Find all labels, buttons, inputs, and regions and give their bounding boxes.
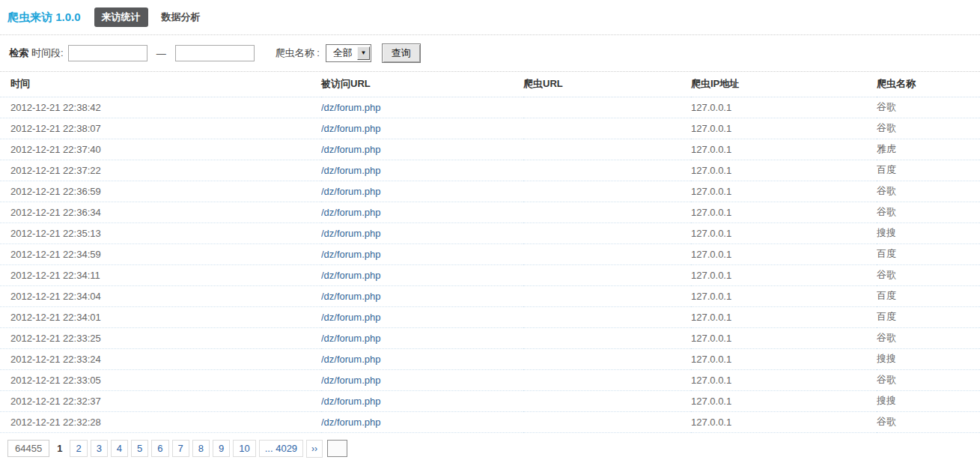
end-time-input[interactable] (175, 45, 255, 61)
row-crawler-name: 谷歌 (877, 411, 980, 432)
visited-url-link[interactable]: /dz/forum.php (321, 270, 381, 281)
search-label: 检索 (9, 46, 28, 60)
row-crawler-name: 谷歌 (877, 264, 980, 285)
row-visited-url: /dz/forum.php (321, 202, 523, 223)
visited-url-link[interactable]: /dz/forum.php (321, 186, 381, 197)
visited-url-link[interactable]: /dz/forum.php (321, 207, 381, 218)
row-crawler-ip: 127.0.0.1 (691, 285, 877, 306)
search-bar: 检索 时间段: — 爬虫名称 : 全部 ▼ 查询 (0, 35, 980, 72)
app-title: 爬虫来访 1.0.0 (7, 10, 81, 25)
next-page-link[interactable]: ›› (306, 440, 323, 458)
range-dash: — (156, 48, 166, 59)
visited-url-link[interactable]: /dz/forum.php (321, 396, 381, 407)
row-crawler-name: 谷歌 (877, 118, 980, 139)
row-visited-url: /dz/forum.php (321, 223, 523, 243)
row-visited-url: /dz/forum.php (321, 160, 523, 181)
page-link[interactable]: 9 (213, 440, 230, 457)
row-visited-url: /dz/forum.php (321, 139, 523, 160)
page-link[interactable]: 5 (131, 440, 148, 457)
visited-url-link[interactable]: /dz/forum.php (321, 165, 381, 176)
row-time: 2012-12-21 22:33:05 (0, 369, 321, 390)
row-crawler-url (523, 202, 691, 223)
table-row: 2012-12-21 22:33:05 /dz/forum.php 127.0.… (0, 369, 980, 390)
page-link[interactable]: 4 (111, 440, 128, 457)
row-crawler-name: 搜搜 (877, 223, 980, 243)
chevron-down-icon: ▼ (357, 46, 370, 60)
start-time-input[interactable] (68, 45, 147, 61)
page-link[interactable]: 3 (91, 440, 108, 457)
table-row: 2012-12-21 22:34:59 /dz/forum.php 127.0.… (0, 243, 980, 264)
row-crawler-url (523, 97, 691, 118)
row-crawler-ip: 127.0.0.1 (691, 97, 877, 118)
col-header-crawler-ip: 爬虫IP地址 (691, 72, 877, 97)
col-header-crawler-url: 爬虫URL (523, 72, 691, 97)
row-crawler-name: 谷歌 (877, 97, 980, 118)
row-crawler-ip: 127.0.0.1 (691, 264, 877, 285)
row-crawler-ip: 127.0.0.1 (691, 243, 877, 264)
row-crawler-url (523, 369, 691, 390)
row-visited-url: /dz/forum.php (321, 327, 523, 348)
row-time: 2012-12-21 22:38:07 (0, 118, 321, 139)
row-crawler-url (523, 223, 691, 243)
last-page-link[interactable]: ... 4029 (259, 440, 303, 457)
row-crawler-url (523, 327, 691, 348)
time-range-label: 时间段: (31, 46, 64, 60)
visited-url-link[interactable]: /dz/forum.php (321, 417, 381, 428)
page-jump-input[interactable] (327, 440, 347, 457)
visited-url-link[interactable]: /dz/forum.php (321, 291, 381, 302)
row-visited-url: /dz/forum.php (321, 369, 523, 390)
row-crawler-name: 雅虎 (877, 139, 980, 160)
page-link[interactable]: 8 (192, 440, 210, 457)
row-visited-url: /dz/forum.php (321, 264, 523, 285)
crawler-name-label: 爬虫名称 : (276, 46, 320, 60)
total-count: 64455 (7, 440, 49, 457)
col-header-visited-url: 被访问URL (321, 72, 523, 97)
row-visited-url: /dz/forum.php (321, 411, 523, 432)
row-time: 2012-12-21 22:32:28 (0, 411, 321, 432)
row-crawler-url (523, 411, 691, 432)
table-row: 2012-12-21 22:35:13 /dz/forum.php 127.0.… (0, 223, 980, 243)
crawler-name-select[interactable]: 全部 ▼ (326, 44, 371, 62)
row-crawler-ip: 127.0.0.1 (691, 181, 877, 202)
row-crawler-ip: 127.0.0.1 (691, 202, 877, 223)
row-visited-url: /dz/forum.php (321, 97, 523, 118)
table-row: 2012-12-21 22:34:04 /dz/forum.php 127.0.… (0, 285, 980, 306)
visited-url-link[interactable]: /dz/forum.php (321, 102, 381, 113)
row-crawler-url (523, 306, 691, 327)
table-row: 2012-12-21 22:34:11 /dz/forum.php 127.0.… (0, 264, 980, 285)
table-row: 2012-12-21 22:38:07 /dz/forum.php 127.0.… (0, 118, 980, 139)
visited-url-link[interactable]: /dz/forum.php (321, 375, 381, 386)
query-button[interactable]: 查询 (382, 43, 421, 63)
row-crawler-url (523, 390, 691, 411)
row-crawler-name: 百度 (877, 243, 980, 264)
page-link[interactable]: 2 (70, 440, 87, 457)
tab-data-analysis[interactable]: 数据分析 (154, 7, 208, 27)
crawler-visits-table: 时间 被访问URL 爬虫URL 爬虫IP地址 爬虫名称 2012-12-21 2… (0, 72, 980, 433)
row-crawler-ip: 127.0.0.1 (691, 348, 877, 369)
current-page: 1 (52, 441, 67, 456)
page-link[interactable]: 6 (151, 440, 168, 457)
page-link[interactable]: 10 (233, 440, 255, 457)
tab-visit-stats[interactable]: 来访统计 (94, 7, 148, 27)
row-time: 2012-12-21 22:34:04 (0, 285, 321, 306)
page-link[interactable]: 7 (172, 440, 189, 457)
table-row: 2012-12-21 22:38:42 /dz/forum.php 127.0.… (0, 97, 980, 118)
visited-url-link[interactable]: /dz/forum.php (321, 228, 381, 239)
visited-url-link[interactable]: /dz/forum.php (321, 354, 381, 365)
visited-url-link[interactable]: /dz/forum.php (321, 123, 381, 134)
visited-url-link[interactable]: /dz/forum.php (321, 333, 381, 344)
row-crawler-name: 谷歌 (877, 327, 980, 348)
row-time: 2012-12-21 22:32:37 (0, 390, 321, 411)
row-crawler-name: 百度 (877, 306, 980, 327)
row-time: 2012-12-21 22:34:01 (0, 306, 321, 327)
row-crawler-url (523, 348, 691, 369)
visited-url-link[interactable]: /dz/forum.php (321, 312, 381, 323)
visited-url-link[interactable]: /dz/forum.php (321, 144, 381, 155)
visited-url-link[interactable]: /dz/forum.php (321, 249, 381, 260)
row-crawler-name: 谷歌 (877, 202, 980, 223)
col-header-crawler-name: 爬虫名称 (877, 72, 980, 97)
row-crawler-ip: 127.0.0.1 (691, 160, 877, 181)
row-crawler-name: 百度 (877, 285, 980, 306)
col-header-time: 时间 (0, 72, 321, 97)
row-time: 2012-12-21 22:34:59 (0, 243, 321, 264)
